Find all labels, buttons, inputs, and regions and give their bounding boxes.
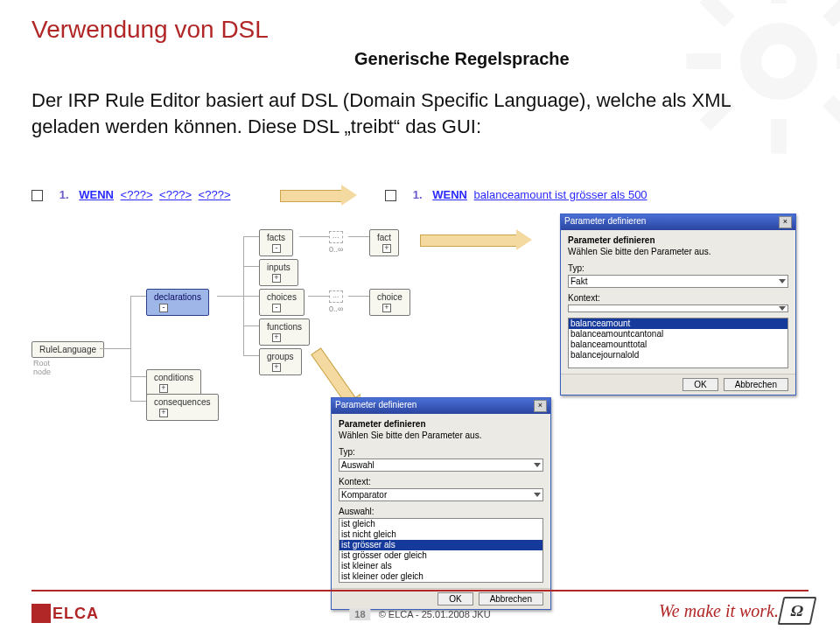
svg-rect-1 <box>771 0 787 4</box>
logo-text: ELCA <box>52 605 99 623</box>
label-kontext: Kontext: <box>568 293 788 303</box>
slide-footer: ELCA 18 © ELCA - 25.01.2008 JKU We make … <box>0 590 840 630</box>
multiplicity-label: 0..∞ <box>329 245 343 254</box>
listbox-options[interactable]: balanceamount balanceamountcantonal bala… <box>568 318 788 368</box>
dialog-title: Parameter definieren <box>335 400 416 412</box>
chevron-down-icon <box>779 306 786 311</box>
svg-rect-6 <box>822 0 840 27</box>
dialog-heading: Parameter definieren <box>339 419 543 429</box>
dialog-sub: Wählen Sie bitte den Parameter aus. <box>568 247 788 256</box>
svg-point-9 <box>761 44 796 79</box>
combo-kontext[interactable]: Komparator <box>339 488 543 501</box>
page-number-value: 18 <box>349 608 370 620</box>
expand-icon: + <box>272 363 281 372</box>
dialog-heading: Parameter definieren <box>568 235 788 245</box>
node-declarations: declarations- <box>146 289 209 316</box>
rule-keyword: WENN <box>432 188 467 201</box>
list-item[interactable]: balanceamount <box>569 318 788 329</box>
dialog-titlebar: Parameter definieren × <box>561 214 795 230</box>
node-inputs: inputs+ <box>259 259 298 286</box>
close-icon[interactable]: × <box>534 400 547 412</box>
logo: ELCA <box>32 604 99 623</box>
expand-icon: + <box>272 333 281 342</box>
list-item[interactable]: ist grösser oder gleich <box>340 550 542 561</box>
page-subtitle: Generische Regelsprache <box>354 49 570 69</box>
expand-icon: + <box>159 384 168 393</box>
collapse-icon: - <box>272 244 281 253</box>
expand-icon: + <box>159 409 168 417</box>
chevron-down-icon <box>534 493 541 497</box>
list-item[interactable]: ist kleiner als <box>340 561 542 571</box>
footer-rule <box>32 590 808 592</box>
combo-typ[interactable]: Fakt <box>568 275 788 288</box>
cancel-button[interactable]: Abbrechen <box>724 378 788 391</box>
multiplicity: ··· <box>329 231 343 243</box>
dialog-title: Parameter definieren <box>564 216 646 228</box>
rule-example-right: 1. WENN balanceamount ist grösser als 50… <box>385 188 651 201</box>
ok-button[interactable]: OK <box>682 378 718 391</box>
node-root-sub: Root node <box>33 359 51 376</box>
multiplicity: ··· <box>329 290 343 303</box>
list-item[interactable]: balancejournalold <box>569 350 788 360</box>
label-list: Auswahl: <box>339 507 543 516</box>
dialog-parameter-fact: Parameter definieren × Parameter definie… <box>560 214 796 396</box>
logo-mark-icon <box>32 604 51 623</box>
expand-icon: + <box>382 244 391 253</box>
list-item[interactable]: balanceamountcantonal <box>569 329 788 340</box>
node-consequences: consequences+ <box>146 394 219 421</box>
rule-placeholder: <???> <box>199 188 231 201</box>
node-fact: fact+ <box>369 229 399 256</box>
rule-number: 1. <box>53 188 69 201</box>
svg-rect-5 <box>699 0 734 27</box>
bullet-box-icon <box>32 190 43 201</box>
intro-paragraph: Der IRP Rule Editor basiert auf DSL (Dom… <box>32 88 802 139</box>
dialog-sub: Wählen Sie bitte den Parameter aus. <box>339 430 543 440</box>
combo-typ[interactable]: Auswahl <box>339 458 543 472</box>
expand-icon: + <box>272 274 281 283</box>
dialog-parameter-choice: Parameter definieren × Parameter definie… <box>331 397 551 610</box>
rule-expression: balanceamount ist grösser als 500 <box>474 188 648 201</box>
svg-rect-4 <box>836 53 840 69</box>
list-item[interactable]: ist kleiner oder gleich <box>340 571 542 582</box>
node-functions: functions+ <box>259 318 310 346</box>
node-facts: facts- <box>259 229 293 256</box>
rule-placeholder: <???> <box>159 188 192 201</box>
collapse-icon: - <box>159 304 168 312</box>
bullet-box-icon <box>385 190 396 201</box>
label-kontext: Kontext: <box>339 477 543 486</box>
node-conditions: conditions+ <box>146 369 201 396</box>
rule-placeholder: <???> <box>121 188 153 201</box>
page-title: Verwendung von DSL <box>32 16 269 44</box>
dialog-titlebar: Parameter definieren × <box>332 398 550 414</box>
chevron-down-icon <box>779 279 786 284</box>
combo-kontext[interactable] <box>568 304 788 312</box>
svg-rect-3 <box>686 53 721 69</box>
node-groups: groups+ <box>259 348 302 375</box>
slogan: We make it work. <box>659 601 779 621</box>
label-typ: Typ: <box>339 447 543 457</box>
node-choice: choice+ <box>369 289 410 316</box>
expand-icon: + <box>382 304 391 312</box>
close-icon[interactable]: × <box>779 216 792 228</box>
listbox-options[interactable]: ist gleich ist nicht gleich ist grösser … <box>339 518 543 583</box>
node-choices: choices- <box>259 289 304 316</box>
node-root: RuleLanguage <box>32 341 104 358</box>
label-typ: Typ: <box>568 263 788 273</box>
rule-keyword: WENN <box>79 188 114 201</box>
page-number: 18 © ELCA - 25.01.2008 JKU <box>349 609 490 620</box>
list-item[interactable]: ist gleich <box>340 519 542 529</box>
chevron-down-icon <box>534 463 541 467</box>
rule-number: 1. <box>407 188 423 201</box>
list-item[interactable]: balanceamounttotal <box>569 340 788 350</box>
collapse-icon: - <box>272 304 281 312</box>
copyright: © ELCA - 25.01.2008 JKU <box>379 609 491 620</box>
rule-example-left: 1. WENN <???> <???> <???> <box>32 188 234 201</box>
stamp-icon: Ω <box>778 597 817 625</box>
slide: Verwendung von DSL Generische Regelsprac… <box>0 0 840 630</box>
svg-rect-8 <box>822 95 840 130</box>
multiplicity-label: 0..∞ <box>329 304 343 313</box>
list-item[interactable]: ist grösser als <box>340 540 542 550</box>
list-item[interactable]: ist nicht gleich <box>340 529 542 540</box>
